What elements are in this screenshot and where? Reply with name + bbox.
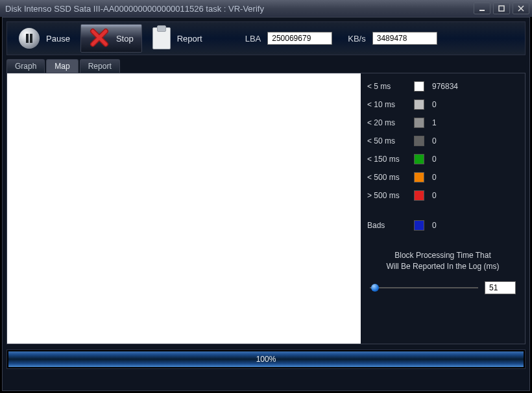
clipboard-icon	[152, 27, 171, 49]
maximize-icon	[498, 5, 505, 12]
legend-label: > 500 ms	[367, 191, 406, 200]
legend-label: < 20 ms	[367, 118, 406, 127]
legend-swatch	[414, 136, 424, 146]
tabs: Graph Map Report	[6, 59, 526, 73]
legend-count: 0	[432, 173, 518, 182]
legend-row: < 50 ms0	[367, 136, 518, 146]
toolbar: Pause Stop Report LBA KB/s	[6, 21, 526, 55]
legend-swatch	[414, 154, 424, 164]
legend-label: < 10 ms	[367, 100, 406, 109]
report-time-text: Block Processing Time That Will Be Repor…	[367, 250, 518, 272]
legend-label: < 50 ms	[367, 136, 406, 146]
legend-swatch	[414, 99, 424, 110]
legend-row: < 150 ms0	[367, 154, 518, 164]
bads-label: Bads	[367, 221, 406, 230]
map-area	[7, 73, 361, 344]
legend-count: 976834	[432, 82, 518, 91]
report-time-value[interactable]	[485, 281, 516, 294]
legend-row: < 5 ms976834	[367, 81, 518, 92]
svg-rect-1	[499, 6, 504, 11]
lba-label: LBA	[245, 34, 261, 44]
legend-label: < 500 ms	[367, 173, 406, 182]
pause-icon	[19, 28, 40, 49]
pause-label: Pause	[46, 34, 70, 44]
legend-count: 1	[432, 118, 518, 127]
legend-count: 0	[432, 100, 518, 109]
report-label: Report	[177, 34, 202, 44]
legend-row: < 10 ms0	[367, 99, 518, 110]
legend-panel: < 5 ms976834< 10 ms0< 20 ms1< 50 ms0< 15…	[361, 73, 525, 344]
legend-row: < 20 ms1	[367, 118, 518, 128]
svg-rect-2	[26, 34, 29, 43]
bads-count: 0	[432, 221, 518, 230]
content-panel: < 5 ms976834< 10 ms0< 20 ms1< 50 ms0< 15…	[6, 73, 526, 344]
tab-report[interactable]: Report	[80, 59, 120, 73]
legend-swatch	[414, 118, 424, 128]
legend-swatch	[414, 172, 424, 183]
window-title: Disk Intenso SSD Sata III-AA000000000000…	[5, 4, 264, 14]
bads-swatch	[414, 220, 424, 231]
legend-label: < 150 ms	[367, 155, 406, 164]
legend-row: < 500 ms0	[367, 172, 518, 183]
tab-map[interactable]: Map	[46, 59, 78, 73]
report-time-slider[interactable]	[370, 287, 478, 288]
tab-graph[interactable]: Graph	[6, 59, 45, 73]
svg-rect-0	[479, 10, 485, 11]
lba-value[interactable]	[267, 32, 332, 45]
slider-thumb-icon	[371, 284, 379, 292]
minimize-button[interactable]	[474, 3, 490, 14]
svg-rect-3	[30, 34, 32, 43]
pause-button[interactable]: Pause	[11, 24, 78, 53]
progress-container: 100%	[6, 349, 526, 369]
stop-label: Stop	[116, 34, 134, 44]
progress-bar: 100%	[8, 351, 524, 367]
close-button[interactable]	[513, 3, 529, 14]
close-icon	[518, 5, 524, 12]
report-button[interactable]: Report	[145, 24, 210, 53]
kbs-label: KB/s	[348, 34, 365, 44]
legend-label: < 5 ms	[367, 82, 406, 91]
legend-count: 0	[432, 155, 518, 164]
progress-percent: 100%	[256, 355, 276, 364]
legend-swatch	[414, 81, 424, 92]
minimize-icon	[479, 5, 485, 12]
legend-swatch	[414, 190, 424, 201]
legend-count: 0	[432, 136, 518, 146]
titlebar: Disk Intenso SSD Sata III-AA000000000000…	[0, 0, 532, 17]
legend-count: 0	[432, 191, 518, 200]
stop-icon	[89, 27, 110, 50]
legend-row: > 500 ms0	[367, 190, 518, 201]
maximize-button[interactable]	[493, 3, 510, 14]
app-frame: Pause Stop Report LBA KB/s	[2, 17, 530, 391]
kbs-value[interactable]	[372, 32, 437, 45]
stop-button[interactable]: Stop	[80, 24, 142, 53]
